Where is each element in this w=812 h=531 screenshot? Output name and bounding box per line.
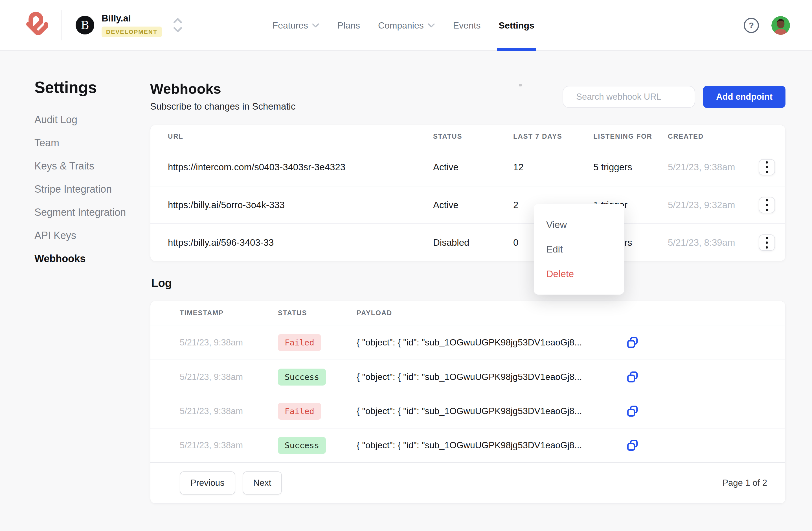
webhook-last-7-days: 12 bbox=[513, 162, 593, 172]
column-header: TIMESTAMP bbox=[180, 309, 278, 317]
chevron-up-icon bbox=[173, 18, 182, 23]
workspace-avatar: B bbox=[76, 16, 94, 34]
sidebar-item-api-keys[interactable]: API Keys bbox=[34, 230, 149, 241]
log-payload: { "object": { "id": "sub_1OGwuUGPK98jg53… bbox=[357, 337, 626, 348]
page-indicator: Page 1 of 2 bbox=[722, 478, 767, 488]
main-nav: Features Plans Companies Events Settings bbox=[273, 0, 534, 51]
copy-payload-button[interactable] bbox=[626, 371, 652, 383]
chevron-down-icon bbox=[312, 23, 319, 28]
nav-item-events[interactable]: Events bbox=[453, 0, 481, 51]
context-menu-item-edit[interactable]: Edit bbox=[534, 237, 624, 262]
nav-item-label: Events bbox=[453, 20, 481, 31]
status-badge: Success bbox=[278, 368, 326, 386]
column-header: STATUS bbox=[278, 309, 357, 317]
sidebar-item-keys-traits[interactable]: Keys & Traits bbox=[34, 161, 149, 171]
sidebar-item-stripe-integration[interactable]: Stripe Integration bbox=[34, 184, 149, 194]
log-timestamp: 5/21/23, 9:38am bbox=[180, 406, 278, 416]
webhook-url: https:/billy.ai/5orro-3o4k-333 bbox=[168, 200, 433, 210]
search-input[interactable] bbox=[576, 92, 689, 102]
row-menu-button[interactable] bbox=[759, 235, 775, 251]
webhook-listening-for: 5 triggers bbox=[593, 162, 668, 172]
webhook-created: 5/21/23, 9:32am bbox=[668, 200, 749, 210]
help-icon[interactable]: ? bbox=[744, 18, 759, 33]
sidebar-item-team[interactable]: Team bbox=[34, 138, 149, 148]
row-menu-button[interactable] bbox=[759, 197, 775, 213]
sidebar-item-webhooks[interactable]: Webhooks bbox=[34, 254, 149, 264]
webhook-created: 5/21/23, 8:39am bbox=[668, 237, 749, 248]
log-payload: { "object": { "id": "sub_1OGwuUGPK98jg53… bbox=[357, 406, 626, 416]
webhook-search[interactable] bbox=[563, 86, 695, 108]
copy-payload-button[interactable] bbox=[626, 439, 652, 452]
schematic-logo[interactable] bbox=[24, 12, 50, 39]
status-badge: Failed bbox=[278, 403, 321, 420]
workspace-sort-chevrons[interactable] bbox=[173, 18, 182, 32]
column-header: LISTENING FOR bbox=[593, 132, 668, 140]
log-row: 5/21/23, 9:38am Failed { "object": { "id… bbox=[150, 394, 785, 428]
webhooks-table-header: URLSTATUSLAST 7 DAYSLISTENING FORCREATED bbox=[150, 125, 785, 148]
schematic-logo-icon bbox=[24, 12, 50, 39]
workspace-switcher[interactable]: B Billy.ai DEVELOPMENT bbox=[76, 13, 182, 37]
column-header: PAYLOAD bbox=[357, 309, 626, 317]
webhook-created: 5/21/23, 9:38am bbox=[668, 162, 749, 172]
nav-item-plans[interactable]: Plans bbox=[337, 0, 360, 51]
copy-icon bbox=[626, 405, 639, 417]
webhook-row: https://intercom.com/s0403-3403sr-3e4323… bbox=[150, 148, 785, 186]
stray-dot bbox=[519, 84, 522, 86]
copy-icon bbox=[626, 336, 639, 349]
next-page-button[interactable]: Next bbox=[243, 471, 282, 494]
log-timestamp: 5/21/23, 9:38am bbox=[180, 337, 278, 348]
log-payload: { "object": { "id": "sub_1OGwuUGPK98jg53… bbox=[357, 440, 626, 450]
nav-item-label: Plans bbox=[337, 20, 360, 31]
log-table-header: TIMESTAMPSTATUSPAYLOAD bbox=[150, 301, 785, 325]
settings-sidebar: Settings Audit LogTeamKeys & TraitsStrip… bbox=[0, 51, 149, 277]
workspace-avatar-letter: B bbox=[81, 19, 89, 32]
nav-item-label: Companies bbox=[378, 20, 424, 31]
row-menu-button[interactable] bbox=[759, 159, 775, 176]
copy-payload-button[interactable] bbox=[626, 336, 652, 349]
copy-icon bbox=[626, 371, 639, 383]
row-context-menu: ViewEditDelete bbox=[534, 204, 624, 295]
webhook-url: https://intercom.com/s0403-3403sr-3e4323 bbox=[168, 162, 433, 172]
nav-item-label: Features bbox=[273, 20, 308, 31]
column-header: CREATED bbox=[668, 132, 749, 140]
log-row: 5/21/23, 9:38am Success { "object": { "i… bbox=[150, 428, 785, 462]
user-avatar[interactable] bbox=[771, 16, 790, 35]
add-endpoint-button[interactable]: Add endpoint bbox=[703, 86, 785, 108]
chevron-down-icon bbox=[428, 23, 435, 28]
context-menu-item-delete[interactable]: Delete bbox=[534, 262, 624, 286]
webhook-row: https:/billy.ai/5orro-3o4k-333 Active 2 … bbox=[150, 186, 785, 223]
user-avatar-image bbox=[771, 16, 790, 35]
sidebar-item-segment-integration[interactable]: Segment Integration bbox=[34, 207, 149, 218]
workspace-name: Billy.ai bbox=[102, 13, 162, 24]
log-row: 5/21/23, 9:38am Failed { "object": { "id… bbox=[150, 325, 785, 360]
copy-payload-button[interactable] bbox=[626, 405, 652, 417]
webhook-url: https:/billy.ai/596-3403-33 bbox=[168, 237, 433, 248]
environment-badge: DEVELOPMENT bbox=[102, 27, 162, 37]
webhook-row: https:/billy.ai/596-3403-33 Disabled 0 2… bbox=[150, 223, 785, 261]
log-table: TIMESTAMPSTATUSPAYLOAD 5/21/23, 9:38am F… bbox=[150, 301, 785, 504]
context-menu-item-view[interactable]: View bbox=[534, 212, 624, 237]
log-timestamp: 5/21/23, 9:38am bbox=[180, 440, 278, 450]
status-badge: Failed bbox=[278, 334, 321, 351]
header-divider bbox=[61, 10, 62, 40]
chevron-down-icon bbox=[173, 27, 182, 32]
log-pagination: Previous Next Page 1 of 2 bbox=[150, 462, 785, 503]
sidebar-list: Audit LogTeamKeys & TraitsStripe Integra… bbox=[34, 115, 149, 264]
column-header: LAST 7 DAYS bbox=[513, 132, 593, 140]
sidebar-item-audit-log[interactable]: Audit Log bbox=[34, 115, 149, 125]
page-subtitle: Subscribe to changes in Schematic bbox=[150, 101, 295, 112]
nav-item-features[interactable]: Features bbox=[273, 0, 319, 51]
nav-item-settings[interactable]: Settings bbox=[499, 0, 534, 51]
column-header: URL bbox=[168, 132, 433, 140]
webhooks-table: URLSTATUSLAST 7 DAYSLISTENING FORCREATED… bbox=[150, 125, 785, 261]
top-header: B Billy.ai DEVELOPMENT Features Plans bbox=[0, 0, 812, 51]
log-payload: { "object": { "id": "sub_1OGwuUGPK98jg53… bbox=[357, 372, 626, 382]
sidebar-title: Settings bbox=[34, 78, 149, 97]
main-content: Webhooks Subscribe to changes in Schemat… bbox=[150, 51, 785, 531]
previous-page-button[interactable]: Previous bbox=[180, 471, 235, 494]
page-title: Webhooks bbox=[150, 81, 221, 97]
webhook-status: Active bbox=[433, 200, 513, 210]
nav-item-companies[interactable]: Companies bbox=[378, 0, 435, 51]
nav-item-label: Settings bbox=[499, 20, 534, 31]
column-header: STATUS bbox=[433, 132, 513, 140]
